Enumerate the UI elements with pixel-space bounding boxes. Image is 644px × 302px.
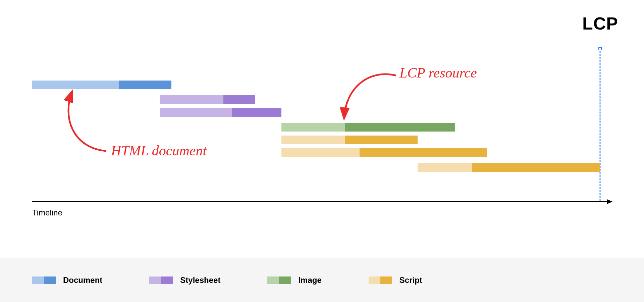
legend-swatch-icon (267, 276, 291, 284)
legend-item-image: Image (267, 275, 321, 285)
legend-swatch-icon (32, 276, 56, 284)
bar-stylesheet-1 (160, 95, 255, 104)
legend-label: Image (298, 275, 321, 285)
legend-item-document: Document (32, 275, 102, 285)
waterfall-chart: LCP (32, 34, 612, 201)
bar-document (32, 81, 171, 89)
bar-script-1 (281, 136, 418, 144)
legend: Document Stylesheet Image Script (0, 258, 644, 302)
legend-swatch-icon (369, 276, 392, 284)
timeline-axis (32, 201, 612, 202)
lcp-dashed-line (600, 51, 601, 201)
lcp-title: LCP (582, 13, 618, 34)
legend-label: Document (63, 275, 102, 285)
legend-swatch-icon (149, 276, 173, 284)
bar-image-lcp (281, 123, 455, 132)
legend-label: Script (399, 275, 422, 285)
legend-item-script: Script (369, 275, 422, 285)
annotation-lcp-resource: LCP resource (399, 65, 477, 81)
bar-stylesheet-2 (160, 108, 281, 117)
legend-label: Stylesheet (180, 275, 220, 285)
timeline-axis-label: Timeline (32, 208, 62, 217)
bar-script-2 (281, 148, 487, 157)
lcp-marker-icon (598, 47, 602, 50)
legend-item-stylesheet: Stylesheet (149, 275, 220, 285)
annotation-html-document: HTML document (111, 143, 207, 159)
bar-script-3 (418, 163, 600, 172)
